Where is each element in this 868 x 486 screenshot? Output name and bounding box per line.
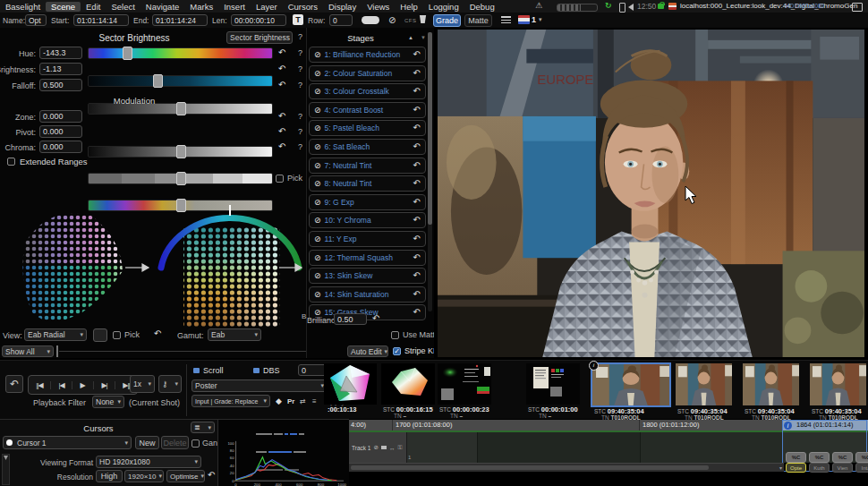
resolution-reset-button[interactable]: ↶ (208, 471, 215, 480)
viz-pick-row[interactable]: Pick (276, 174, 302, 183)
scrollbar-menu-button[interactable]: ▾ (779, 465, 782, 471)
resolution-value-dropdown[interactable]: 1920×10▾ (124, 470, 164, 482)
category-flag-icon[interactable] (518, 15, 530, 24)
speed-dropdown[interactable]: 1x▾ (130, 375, 155, 393)
stage-reset-icon[interactable]: ↶ (413, 179, 421, 188)
pivot-help[interactable]: ? (298, 127, 302, 136)
hue-reset-button[interactable]: ↶ (278, 48, 285, 57)
resolution-quality-button[interactable]: High (96, 470, 123, 482)
name-field[interactable]: Opt (25, 14, 47, 26)
bypass-icon[interactable]: ⊘ (314, 198, 321, 207)
stage-reset-icon[interactable]: ↶ (413, 106, 421, 115)
undo-button[interactable]: ↶ (5, 375, 23, 393)
chroma-value[interactable]: 0.000 (39, 141, 82, 153)
cfs-icon[interactable]: CFS (404, 18, 417, 23)
bypass-icon[interactable]: ⊘ (314, 124, 321, 132)
dbs-lock[interactable]: DBS (253, 366, 280, 375)
stage-reset-icon[interactable]: ↶ (413, 50, 421, 59)
bypass-icon[interactable]: ⊘ (314, 106, 321, 115)
pivot-value[interactable]: 0.000 (39, 125, 82, 138)
stage-reset-icon[interactable]: ↶ (413, 124, 421, 132)
menu-logging[interactable]: Logging (423, 2, 464, 12)
goto-start-button[interactable]: ||◀ (29, 381, 50, 389)
use-matte-row[interactable]: Use Matte (391, 330, 439, 339)
resolution-filter-dropdown[interactable]: Optimise▾ (166, 470, 205, 482)
new-cursor-button[interactable]: New (135, 436, 159, 449)
start-field[interactable]: 01:01:14:14 (73, 14, 129, 26)
input-grade-dropdown[interactable]: Input | Grade: Replace▾ (191, 395, 270, 407)
menu-help[interactable]: Help (395, 2, 423, 12)
extended-ranges-row[interactable]: Extended Ranges (7, 157, 88, 166)
brightness-slider-handle[interactable] (153, 74, 163, 88)
brightness-slider[interactable] (88, 75, 273, 87)
bypass-icon[interactable]: ⊘ (314, 179, 321, 188)
stage-item[interactable]: ⊘8: Neutral Tint↶ (309, 175, 426, 192)
stage-item[interactable]: ⊘11: Y Exp↶ (309, 231, 426, 247)
timeline-hscrollbar[interactable]: ▾ (349, 463, 784, 472)
stage-reset-icon[interactable]: ↶ (413, 87, 421, 96)
prev-frame-button[interactable]: |◀ (50, 381, 72, 389)
stages-scrollbar[interactable] (428, 32, 432, 311)
zone-value[interactable]: 0.000 (39, 110, 82, 123)
stage-reset-icon[interactable]: ↶ (413, 271, 421, 280)
category-button[interactable]: %C (855, 452, 868, 463)
menu-views[interactable]: Views (362, 2, 395, 12)
menu-select[interactable]: Select (106, 2, 140, 12)
zone-slider-handle[interactable] (176, 145, 186, 158)
stages-sort-up-icon[interactable]: ▲ (408, 35, 413, 40)
stage-reset-icon[interactable]: ↶ (413, 216, 421, 225)
cursor-side-strip[interactable] (2, 454, 10, 485)
scope-thumb-gamut[interactable] (324, 363, 377, 405)
track-bypass-icon[interactable]: ⊘ (373, 444, 378, 451)
brilliance-reset-button[interactable]: ↶ (372, 314, 379, 323)
viz-pick-checkbox[interactable] (276, 175, 284, 183)
clip-thumb[interactable] (810, 363, 866, 405)
bypass-icon[interactable]: ⊘ (314, 87, 321, 96)
flag-number-dropdown[interactable]: 1▾ (532, 15, 542, 24)
stage-item[interactable]: ⊘3: Colour Crosstalk↶ (309, 83, 426, 99)
menu-baselight[interactable]: Baselight (0, 2, 46, 12)
stage-item[interactable]: ⊘12: Thermal Squash↶ (309, 250, 426, 266)
hue-help[interactable]: ? (298, 48, 302, 57)
delete-cursor-button[interactable]: Delete (161, 436, 189, 449)
len-field[interactable]: 00:00:00:10 (231, 14, 286, 26)
menu-layer[interactable]: Layer (251, 2, 283, 12)
timeline-clip[interactable] (406, 432, 478, 463)
bypass-icon[interactable]: ⊘ (314, 234, 321, 243)
stage-item[interactable]: ⊘10: Y Chroma↶ (309, 212, 426, 228)
view-dropdown[interactable]: Eab Radial▾ (24, 328, 87, 341)
play-button[interactable]: ▶ (72, 381, 93, 389)
bypass-icon[interactable]: ⊘ (314, 290, 321, 299)
stage-item[interactable]: ⊘7: Neutral Tint↶ (309, 158, 426, 174)
sector-selector-dropdown[interactable]: Sector Brightness (226, 31, 293, 44)
cursors-options-button[interactable]: ≣▾ (191, 422, 215, 433)
view-pick-checkbox[interactable] (113, 331, 121, 339)
pivot-reset-button[interactable]: ↶ (278, 127, 285, 136)
clip-thumb-selected[interactable]: i (591, 362, 671, 407)
gang-checkbox[interactable] (191, 439, 200, 448)
poster-dropdown[interactable]: Poster▾ (191, 379, 328, 392)
category-button[interactable]: %C (832, 452, 853, 463)
colour-space-visualisation[interactable] (0, 171, 307, 328)
bypass-icon[interactable]: ⊘ (314, 142, 321, 151)
stage-reset-icon[interactable]: ↶ (413, 308, 421, 317)
matte-tab[interactable]: Matte (464, 14, 492, 27)
gamut-dropdown[interactable]: Eab▾ (208, 328, 261, 341)
category-tab[interactable]: Inta (855, 463, 868, 473)
stages-sort-down-icon[interactable]: ▼ (421, 35, 426, 40)
timeline-clip[interactable] (477, 432, 641, 463)
clip-thumb-dark[interactable] (438, 363, 491, 405)
timecode-badge[interactable]: T (293, 14, 303, 25)
menu-marks[interactable]: Marks (184, 2, 218, 12)
stage-reset-icon[interactable]: ↶ (413, 290, 421, 299)
panel-help-button[interactable]: ? (298, 32, 302, 41)
clip-thumb-chart[interactable] (526, 363, 580, 405)
category-button[interactable]: %C (786, 452, 806, 463)
hue-slider[interactable] (88, 47, 273, 59)
menu-navigate[interactable]: Navigate (140, 2, 185, 12)
bypass-icon[interactable]: ⊘ (314, 69, 321, 78)
end-field[interactable]: 01:01:14:24 (152, 14, 208, 26)
menu-cursors[interactable]: Cursors (283, 2, 323, 12)
cursor-select-dropdown[interactable]: Cursor 1▾ (3, 436, 132, 449)
bypass-icon[interactable]: ⊘ (314, 271, 321, 280)
